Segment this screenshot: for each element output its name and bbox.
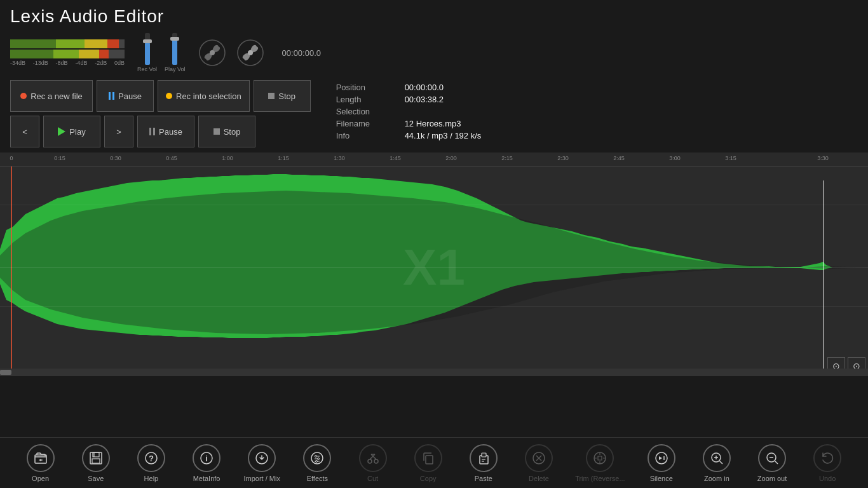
top-zero-line [0, 205, 868, 205]
selection-value [405, 107, 532, 116]
undo-icon [813, 444, 841, 472]
selection-label: Selection [336, 107, 400, 116]
play-button[interactable]: Play [43, 116, 100, 147]
zoom-out-label: Zoom out [757, 475, 787, 482]
pin-left-button[interactable]: ⊙ [827, 357, 845, 369]
timeline-mark-330: 3:30 [817, 155, 829, 161]
zoom-out-button[interactable]: Zoom out [753, 444, 791, 482]
play-vol-group: Play Vol [165, 33, 186, 72]
stop-rec-button[interactable]: Stop [254, 80, 311, 112]
svg-rect-25 [426, 456, 433, 464]
pause-play-icon [149, 128, 155, 135]
delete-icon [525, 444, 553, 472]
rec-dot [20, 93, 27, 99]
cut-label: Cut [367, 475, 378, 482]
rec-into-dot [166, 93, 172, 99]
pause-play-button[interactable]: Pause [137, 116, 194, 147]
cut-button[interactable]: Cut [354, 444, 392, 482]
effects-button[interactable]: Effects [298, 444, 336, 482]
svg-line-41 [775, 461, 778, 464]
stop-play-button[interactable]: Stop [198, 116, 255, 147]
playback-row: < Play > Pause Stop [10, 116, 311, 147]
timeline-mark-015: 0:15 [54, 155, 65, 161]
svg-rect-11 [92, 459, 100, 463]
timeline: 0 0:15 0:30 0:45 1:00 1:15 1:30 1:45 2:0… [0, 152, 868, 166]
delete-button[interactable]: Delete [520, 444, 558, 482]
filename-value: 12 Heroes.mp3 [405, 119, 532, 128]
svg-point-20 [318, 458, 320, 459]
length-value: 00:03:38.2 [405, 95, 532, 104]
timeline-mark-115: 1:15 [278, 155, 289, 161]
svg-line-37 [719, 461, 722, 464]
import-label: Import / Mix [243, 475, 280, 482]
help-icon: ? [137, 444, 165, 472]
timeline-mark-245: 2:45 [613, 155, 625, 161]
pause-rec-button[interactable]: Pause [97, 80, 154, 112]
silence-button[interactable]: Silence [642, 444, 681, 482]
svg-point-23 [374, 459, 378, 463]
play-icon [58, 127, 65, 136]
rec-new-button[interactable]: Rec a new file [10, 80, 93, 112]
paste-button[interactable]: Paste [465, 444, 503, 482]
copy-button[interactable]: Copy [409, 444, 447, 482]
info-value: 44.1k / mp3 / 192 k/s [405, 131, 532, 140]
meta-button[interactable]: i MetaInfo [187, 444, 226, 482]
trim-button[interactable]: Trim (Reverse... [575, 444, 625, 482]
waveform-canvas[interactable]: X1 ⊙ ⊙ [0, 166, 868, 369]
svg-point-1 [210, 50, 215, 55]
trim-label: Trim (Reverse... [575, 475, 625, 482]
next-button[interactable]: > [104, 116, 133, 147]
vu-meter: -34dB -13dB -8dB -4dB -2dB 0dB [10, 39, 125, 66]
svg-rect-27 [482, 453, 486, 457]
vol-controls: Rec Vol Play Vol [137, 33, 186, 72]
vu-bar-top [10, 39, 125, 48]
svg-point-3 [248, 50, 253, 55]
play-vol-label: Play Vol [165, 66, 186, 72]
center-divider [0, 268, 868, 268]
scrollbar-track[interactable] [0, 369, 868, 376]
record-controls: Rec a new file Pause Rec into selection … [10, 80, 311, 147]
bottom-zero-line [0, 306, 868, 307]
timeline-mark-130: 1:30 [334, 155, 345, 161]
rec-into-button[interactable]: Rec into selection [158, 80, 250, 112]
save-button[interactable]: Save [77, 444, 115, 482]
open-button[interactable]: Open [22, 444, 60, 482]
meta-label: MetaInfo [193, 475, 220, 482]
import-icon [248, 444, 276, 472]
fan-icon-right [236, 39, 264, 67]
undo-label: Undo [819, 475, 836, 482]
zoom-in-label: Zoom in [704, 475, 729, 482]
vu-labels: -34dB -13dB -8dB -4dB -2dB 0dB [10, 60, 125, 66]
delete-label: Delete [529, 475, 549, 482]
effects-icon [303, 444, 331, 472]
svg-point-22 [368, 459, 372, 463]
silence-label: Silence [650, 475, 673, 482]
copy-label: Copy [420, 475, 437, 482]
timeline-mark-030: 0:30 [110, 155, 121, 161]
waveform-container[interactable]: 0 0:15 0:30 0:45 1:00 1:15 1:30 1:45 2:0… [0, 152, 868, 369]
play-vol-slider[interactable] [172, 33, 177, 65]
pin-right-button[interactable]: ⊙ [848, 357, 865, 369]
rec-vol-label: Rec Vol [137, 66, 157, 72]
filename-label: Filename [336, 119, 400, 128]
timeline-mark-145: 1:45 [390, 155, 401, 161]
timeline-mark-315: 3:15 [725, 155, 736, 161]
stop-icon [268, 93, 275, 99]
zoom-in-icon [703, 444, 731, 472]
vu-bar-bottom [10, 50, 125, 58]
timeline-mark-0: 0 [10, 155, 13, 161]
svg-text:?: ? [149, 454, 154, 463]
prev-button[interactable]: < [10, 116, 39, 147]
help-label: Help [144, 475, 159, 482]
record-row: Rec a new file Pause Rec into selection … [10, 80, 311, 112]
undo-button[interactable]: Undo [808, 444, 846, 482]
help-button[interactable]: ? Help [132, 444, 170, 482]
zoom-in-button[interactable]: Zoom in [698, 444, 736, 482]
length-label: Length [336, 95, 400, 104]
app-title: Lexis Audio Editor [10, 6, 164, 26]
import-button[interactable]: Import / Mix [243, 444, 281, 482]
scrollbar-thumb[interactable] [0, 370, 11, 375]
svg-text:i: i [205, 454, 208, 463]
bottom-toolbar: Open Save ? Help i [0, 437, 868, 488]
rec-vol-slider[interactable] [145, 33, 150, 65]
